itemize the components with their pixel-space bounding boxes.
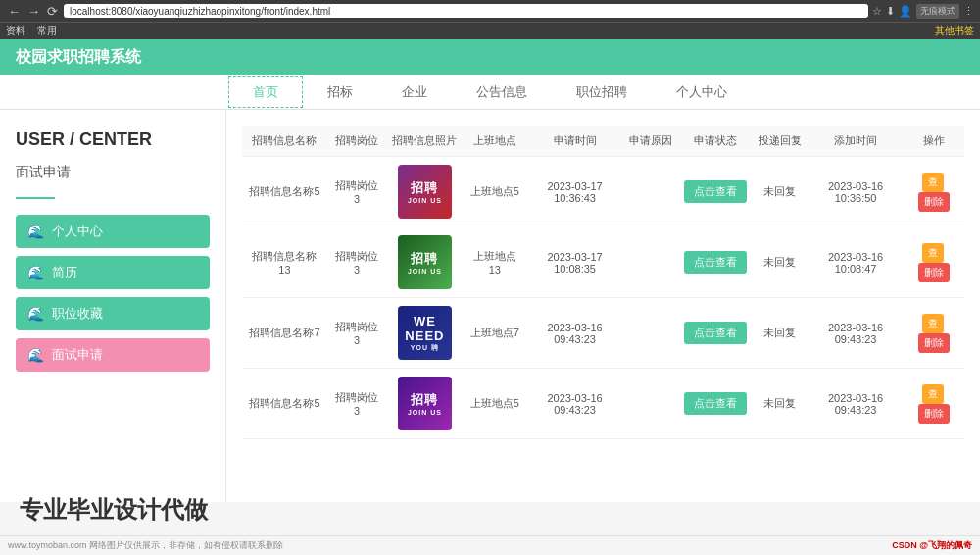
cell-reason (623, 298, 678, 369)
back-button[interactable]: ← (6, 4, 23, 19)
cell-add-time: 2023-03-16 10:36:50 (808, 157, 904, 227)
mode-label: 无痕模式 (916, 4, 959, 19)
wave-icon-3: 🌊 (27, 306, 44, 322)
nav-item-企业[interactable]: 企业 (377, 76, 452, 108)
browser-nav: ← → ⟳ (6, 4, 60, 19)
site-header: 校园求职招聘系统 (0, 39, 980, 75)
nav-item-个人中心[interactable]: 个人中心 (652, 76, 752, 108)
edit-button[interactable]: 查 (922, 243, 944, 263)
recruit-img: WE NEED YOU 聘 (398, 306, 452, 360)
col-apply-time: 申请时间 (526, 126, 622, 157)
cell-status: 点击查看 (678, 157, 753, 227)
sidebar: USER / CENTER 面试申请 🌊 个人中心 🌊 简历 🌊 职位收藏 🌊 … (0, 110, 225, 502)
menu-icon: ⋮ (963, 5, 974, 18)
table-row: 招聘信息名称5 招聘岗位3 招聘 JOIN US 上班地点5 2023-03-1… (242, 369, 964, 439)
cell-status: 点击查看 (678, 369, 753, 439)
view-button[interactable]: 点击查看 (684, 322, 747, 344)
col-position: 招聘岗位 (327, 126, 386, 157)
sidebar-item-favorites[interactable]: 🌊 职位收藏 (16, 297, 210, 330)
cell-add-time: 2023-03-16 09:43:23 (808, 298, 904, 369)
cell-action: 查 删除 (904, 369, 964, 439)
bookmarks-bar: 资料 常用 其他书签 (0, 22, 980, 39)
nav-item-公告信息[interactable]: 公告信息 (452, 76, 552, 108)
data-table: 招聘信息名称 招聘岗位 招聘信息照片 上班地点 申请时间 申请原因 申请状态 投… (242, 126, 964, 439)
nav-item-首页[interactable]: 首页 (228, 76, 303, 108)
nav-item-招标[interactable]: 招标 (303, 76, 377, 108)
wave-icon-2: 🌊 (27, 265, 44, 280)
recruit-img: 招聘 JOIN US (398, 377, 452, 430)
cell-name: 招聘信息名称5 (242, 369, 327, 439)
edit-button[interactable]: 查 (922, 314, 944, 333)
sidebar-divider (16, 197, 55, 199)
delete-button[interactable]: 删除 (918, 333, 950, 353)
cell-apply-time: 2023-03-16 09:43:23 (526, 369, 622, 439)
view-button[interactable]: 点击查看 (684, 251, 747, 274)
delete-button[interactable]: 删除 (918, 404, 950, 424)
sidebar-item-resume[interactable]: 🌊 简历 (16, 256, 210, 289)
cell-apply-time: 2023-03-17 10:36:43 (526, 157, 622, 227)
cell-name: 招聘信息名称5 (242, 157, 327, 227)
cell-status: 点击查看 (678, 298, 753, 369)
content-area: 招聘信息名称 招聘岗位 招聘信息照片 上班地点 申请时间 申请原因 申请状态 投… (225, 110, 980, 502)
sidebar-item-personal-label: 个人中心 (52, 223, 103, 240)
site-nav: 首页招标企业公告信息职位招聘个人中心 (0, 75, 980, 110)
table-row: 招聘信息名称5 招聘岗位3 招聘 JOIN US 上班地点5 2023-03-1… (242, 157, 964, 227)
other-bookmarks[interactable]: 其他书签 (935, 25, 974, 38)
cell-location: 上班地点13 (463, 227, 526, 298)
address-bar[interactable]: localhost:8080/xiaoyuanqiuzhizhaopinxito… (64, 4, 868, 18)
bottom-right-text: CSDN @飞翔的佩奇 (892, 539, 972, 552)
table-row: 招聘信息名称7 招聘岗位3 WE NEED YOU 聘 上班地点7 2023-0… (242, 298, 964, 369)
sidebar-item-personal[interactable]: 🌊 个人中心 (16, 215, 210, 248)
view-button[interactable]: 点击查看 (684, 180, 747, 203)
cell-reply: 未回复 (753, 298, 808, 369)
bookmark-changyong[interactable]: 常用 (37, 25, 57, 38)
bottom-left-text: www.toymoban.com 网络图片仅供展示，非存储，如有侵权请联系删除 (8, 539, 283, 552)
cell-status: 点击查看 (678, 227, 753, 298)
col-action: 操作 (904, 126, 964, 157)
cell-name: 招聘信息名称13 (242, 227, 327, 298)
main-container: USER / CENTER 面试申请 🌊 个人中心 🌊 简历 🌊 职位收藏 🌊 … (0, 110, 980, 502)
table-header-row: 招聘信息名称 招聘岗位 招聘信息照片 上班地点 申请时间 申请原因 申请状态 投… (242, 126, 964, 157)
cell-position: 招聘岗位3 (327, 227, 386, 298)
cell-name: 招聘信息名称7 (242, 298, 327, 369)
site-title: 校园求职招聘系统 (16, 47, 141, 68)
table-row: 招聘信息名称13 招聘岗位3 招聘 JOIN US 上班地点13 2023-03… (242, 227, 964, 298)
edit-button[interactable]: 查 (922, 173, 944, 192)
edit-button[interactable]: 查 (922, 384, 944, 404)
cell-position: 招聘岗位3 (327, 369, 386, 439)
cell-action: 查 删除 (904, 298, 964, 369)
delete-button[interactable]: 删除 (918, 263, 950, 282)
bookmark-ziliao[interactable]: 资料 (6, 25, 25, 38)
view-button[interactable]: 点击查看 (684, 392, 747, 415)
recruit-img: 招聘 JOIN US (398, 165, 452, 219)
sidebar-item-favorites-label: 职位收藏 (52, 305, 103, 323)
cell-reason (623, 369, 678, 439)
sidebar-section: 面试申请 (16, 164, 210, 181)
cell-action: 查 删除 (904, 157, 964, 227)
delete-button[interactable]: 删除 (918, 192, 950, 212)
cell-position: 招聘岗位3 (327, 298, 386, 369)
sidebar-item-resume-label: 简历 (52, 264, 77, 281)
star-icon: ☆ (872, 5, 882, 18)
cell-apply-time: 2023-03-16 09:43:23 (526, 298, 622, 369)
cell-photo: 招聘 JOIN US (386, 157, 463, 227)
cell-reply: 未回复 (753, 369, 808, 439)
refresh-button[interactable]: ⟳ (45, 4, 60, 19)
forward-button[interactable]: → (25, 4, 42, 19)
cell-location: 上班地点7 (463, 298, 526, 369)
col-reply: 投递回复 (753, 126, 808, 157)
cell-reason (623, 227, 678, 298)
recruit-img: 招聘 JOIN US (398, 235, 452, 289)
sidebar-item-interview-label: 面试申请 (52, 346, 103, 364)
col-add-time: 添加时间 (808, 126, 904, 157)
sidebar-heading: USER / CENTER (16, 129, 210, 150)
download-icon: ⬇ (886, 5, 895, 18)
col-photo: 招聘信息照片 (386, 126, 463, 157)
cell-photo: 招聘 JOIN US (386, 369, 463, 439)
col-name: 招聘信息名称 (242, 126, 327, 157)
cell-photo: 招聘 JOIN US (386, 227, 463, 298)
profile-icon: 👤 (899, 5, 912, 18)
sidebar-item-interview[interactable]: 🌊 面试申请 (16, 338, 210, 372)
nav-item-职位招聘[interactable]: 职位招聘 (552, 76, 652, 108)
cell-apply-time: 2023-03-17 10:08:35 (526, 227, 622, 298)
